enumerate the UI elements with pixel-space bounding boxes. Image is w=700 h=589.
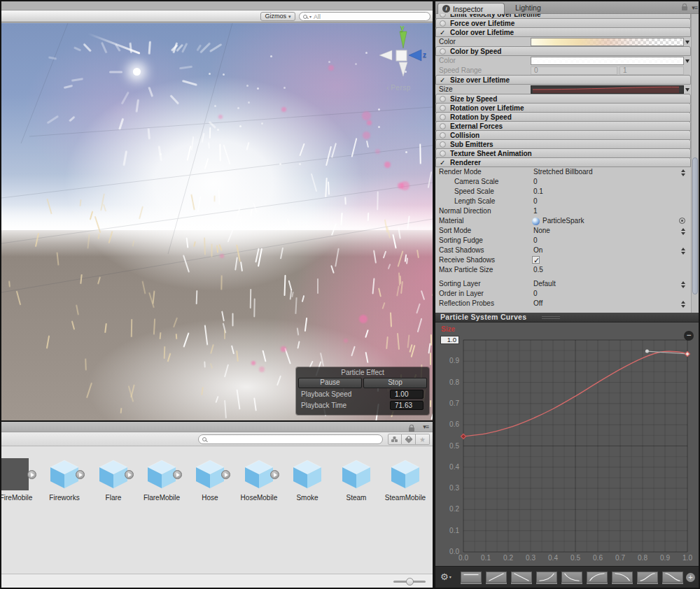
axis-cone-z[interactable] [409,50,421,61]
asset-item-flare[interactable]: Flare [91,458,136,502]
module-header-size-over-lifetime[interactable]: ✓Size over Lifetime [435,75,691,85]
keyframe-end[interactable] [685,351,690,356]
curve-preset-ease-in-up[interactable] [536,572,557,583]
keyframe-start[interactable] [461,434,466,439]
module-header-external-forces[interactable]: External Forces [435,121,691,131]
curve-plot[interactable] [463,340,688,553]
module-checkbox[interactable] [440,114,446,120]
module-checkbox[interactable]: ✓ [440,158,445,167]
asset-item-hosemobile[interactable]: HoseMobile [237,458,281,502]
dropdown-value[interactable]: Off [533,299,542,308]
gizmo-center-cube[interactable] [396,50,407,61]
scrollbar-thumb[interactable] [692,157,698,294]
checkbox[interactable] [532,256,540,264]
module-header-texture-sheet-animation[interactable]: Texture Sheet Animation [435,148,691,158]
curve-preset-sine-down[interactable] [662,572,683,583]
search-by-label-button[interactable] [402,434,416,445]
dropdown-value[interactable]: On [533,246,542,255]
remove-curve-button[interactable]: − [684,331,694,341]
module-header-collision[interactable]: Collision [435,130,691,140]
value-field[interactable]: 0 [531,66,617,75]
curves-panel-header[interactable]: Particle System Curves [435,313,699,322]
tangent-handle[interactable] [645,350,649,353]
asset-item-steammobile[interactable]: SteamMobile [383,458,428,502]
module-checkbox[interactable] [440,20,446,27]
value-field[interactable]: 1 [620,66,684,75]
dropdown-updown-icon[interactable] [681,281,685,288]
stop-button[interactable]: Stop [363,378,427,388]
dropdown-value[interactable]: Default [533,279,556,289]
curve-preset-constant[interactable] [461,572,482,583]
prefab-expand-arrow[interactable] [270,470,279,479]
object-field-value[interactable]: ParticleSpark [542,216,584,226]
dropdown-updown-icon[interactable] [681,228,685,235]
curve-range-max-field[interactable]: 1.0 [440,336,459,344]
curve-field[interactable] [531,85,684,94]
asset-item-firemobile[interactable]: FireMobile [1,458,38,502]
module-checkbox[interactable] [440,48,446,55]
curve-channel-label[interactable]: Size [441,325,455,333]
prefab-expand-arrow[interactable] [173,470,182,479]
dropdown-updown-icon[interactable] [681,301,685,308]
value-field[interactable]: 0 [533,197,538,206]
object-picker-icon[interactable] [679,218,685,224]
dropdown-arrow-icon[interactable] [685,41,690,44]
tab-lighting[interactable]: Lighting [515,3,541,12]
module-checkbox[interactable] [440,132,446,139]
dropdown-arrow-icon[interactable] [685,88,690,92]
module-header-rotation-over-lifetime[interactable]: Rotation over Lifetime [435,103,691,113]
gradient-field[interactable] [531,57,684,65]
playback-speed-field[interactable]: 1.00 [390,390,424,399]
module-header-force-over-lifetime[interactable]: Force over Lifetime [435,18,691,28]
slider-knob[interactable] [406,578,414,586]
module-header-size-by-speed[interactable]: Size by Speed [435,94,691,104]
dropdown-value[interactable]: None [533,226,550,236]
module-checkbox[interactable] [440,141,446,148]
curve-preset-ease-out-up[interactable] [587,572,608,583]
scene-viewport[interactable]: y z ‹Persp Particle Effect Pause Stop Pl… [1,23,433,420]
curve-preset-linear-down[interactable] [511,572,532,583]
panel-menu-icon[interactable]: ▾≡ [692,4,697,11]
gear-icon[interactable]: ⚙▾ [440,572,451,583]
prefab-expand-arrow[interactable] [76,470,85,479]
gizmos-button[interactable]: Gizmos ▾ [260,12,295,21]
lock-icon[interactable] [682,4,687,12]
asset-item-fireworks[interactable]: Fireworks [42,458,87,502]
favorites-button[interactable]: ★ [416,434,430,445]
dropdown-updown-icon[interactable] [681,248,685,255]
module-header-rotation-by-speed[interactable]: Rotation by Speed [435,112,691,122]
axis-cone-back[interactable] [379,50,392,60]
value-field[interactable]: 1 [533,206,538,216]
curve-preset-ease-in-down[interactable] [612,572,633,583]
asset-item-smoke[interactable]: Smoke [285,458,330,502]
axis-cone-down[interactable] [399,62,407,76]
value-field[interactable]: 0 [533,236,538,246]
value-field[interactable]: 0 [533,289,538,299]
module-checkbox[interactable] [440,123,446,129]
module-checkbox[interactable] [440,105,446,111]
module-header-renderer[interactable]: ✓Renderer [435,157,691,167]
playback-time-field[interactable]: 71.63 [390,401,424,410]
module-checkbox[interactable]: ✓ [440,76,445,85]
search-by-type-button[interactable] [388,434,402,445]
panel-menu-icon[interactable]: ▾≡ [423,423,428,430]
asset-item-hose[interactable]: Hose [188,458,232,502]
curve-preset-ease-out-down[interactable] [561,572,582,583]
project-search-field[interactable] [198,434,383,444]
curve-preset-sine-up[interactable] [637,572,658,583]
value-field[interactable]: 0.5 [533,265,543,275]
asset-item-flaremobile[interactable]: FlareMobile [139,458,184,502]
value-field[interactable]: 0 [533,177,538,187]
dropdown-value[interactable]: Stretched Billboard [533,167,593,177]
module-checkbox[interactable] [440,96,446,102]
pause-button[interactable]: Pause [298,378,362,388]
dropdown-updown-icon[interactable] [681,169,685,176]
module-checkbox[interactable] [440,14,446,17]
projection-mode-label[interactable]: ‹Persp [386,83,411,92]
value-field[interactable]: 0.1 [533,187,543,197]
module-header-sub-emitters[interactable]: Sub Emitters [435,139,691,149]
scene-orientation-gizmo[interactable]: y z ‹Persp [377,26,431,99]
prefab-expand-arrow[interactable] [27,470,36,479]
gradient-field[interactable] [531,38,684,46]
inspector-scrollbar[interactable] [691,14,699,313]
